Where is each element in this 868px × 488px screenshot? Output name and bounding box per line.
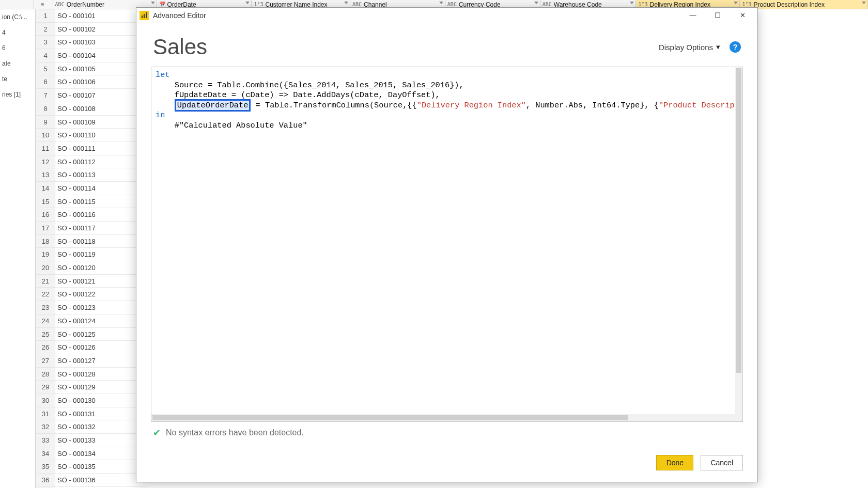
row-number[interactable]: 21 — [36, 275, 55, 288]
chevron-down-icon[interactable] — [151, 2, 155, 4]
cell-order-number[interactable]: SO - 000110 — [55, 129, 146, 142]
cell-order-number[interactable]: SO - 000128 — [55, 368, 146, 381]
cell-order-number[interactable]: SO - 000131 — [55, 407, 146, 421]
dialog-titlebar[interactable]: Advanced Editor — ☐ ✕ — [136, 8, 757, 23]
cell-order-number[interactable]: SO - 000107 — [55, 89, 146, 102]
cell-order-number[interactable]: SO - 000115 — [55, 195, 146, 209]
step-name-highlight[interactable]: UpdateOrderDate — [175, 99, 251, 112]
cell-order-number[interactable]: SO - 000102 — [55, 23, 146, 36]
column-header[interactable]: 1²3Product Description Index — [740, 0, 868, 9]
row-number[interactable]: 10 — [36, 129, 55, 142]
row-number[interactable]: 11 — [36, 142, 55, 155]
cell-order-number[interactable]: SO - 000129 — [55, 381, 146, 394]
maximize-button[interactable]: ☐ — [706, 8, 730, 23]
cell-order-number[interactable]: SO - 000109 — [55, 116, 146, 129]
cell-order-number[interactable]: SO - 000103 — [55, 36, 146, 49]
row-number[interactable]: 12 — [36, 155, 55, 169]
done-button[interactable]: Done — [656, 455, 693, 470]
cancel-button[interactable]: Cancel — [701, 455, 743, 470]
row-number[interactable]: 30 — [36, 394, 55, 407]
display-options-dropdown[interactable]: Display Options ▾ — [659, 42, 720, 52]
nav-item[interactable]: 4 — [0, 25, 35, 40]
row-number[interactable]: 4 — [36, 49, 55, 62]
row-number[interactable]: 13 — [36, 168, 55, 182]
cell-order-number[interactable]: SO - 000134 — [55, 447, 146, 461]
nav-item[interactable]: ries [1] — [0, 87, 35, 102]
nav-item[interactable]: te — [0, 71, 35, 87]
cell-order-number[interactable]: SO - 000114 — [55, 182, 146, 195]
row-number[interactable]: 33 — [36, 434, 55, 447]
row-number[interactable]: 19 — [36, 248, 55, 261]
cell-order-number[interactable]: SO - 000119 — [55, 248, 146, 261]
cell-order-number[interactable]: SO - 000104 — [55, 49, 146, 62]
row-number[interactable]: 35 — [36, 460, 55, 474]
row-number[interactable]: 20 — [36, 261, 55, 275]
row-number[interactable]: 34 — [36, 447, 55, 461]
chevron-down-icon[interactable] — [862, 2, 866, 4]
chevron-down-icon[interactable] — [439, 2, 443, 4]
cell-order-number[interactable]: SO - 000105 — [55, 62, 146, 76]
horizontal-scrollbar[interactable] — [151, 414, 735, 421]
row-number[interactable]: 31 — [36, 407, 55, 421]
row-number[interactable]: 36 — [36, 474, 55, 487]
row-number[interactable]: 16 — [36, 208, 55, 222]
close-button[interactable]: ✕ — [731, 8, 754, 23]
help-icon[interactable]: ? — [730, 41, 741, 53]
cell-order-number[interactable]: SO - 000135 — [55, 460, 146, 474]
row-number[interactable]: 6 — [36, 75, 55, 89]
cell-order-number[interactable]: SO - 000117 — [55, 222, 146, 235]
row-number[interactable]: 24 — [36, 314, 55, 328]
queries-pane[interactable]: ion (C:\...46ateteries [1] — [0, 9, 36, 488]
cell-order-number[interactable]: SO - 000112 — [55, 155, 146, 169]
cell-order-number[interactable]: SO - 000126 — [55, 341, 146, 354]
chevron-down-icon[interactable] — [630, 2, 634, 4]
cell-order-number[interactable]: SO - 000120 — [55, 261, 146, 275]
cell-order-number[interactable]: SO - 000123 — [55, 301, 146, 314]
cell-order-number[interactable]: SO - 000136 — [55, 474, 146, 487]
chevron-down-icon[interactable] — [734, 2, 738, 4]
cell-order-number[interactable]: SO - 000130 — [55, 394, 146, 407]
nav-item[interactable]: 6 — [0, 40, 35, 56]
code-editor[interactable]: let Source = Table.Combine({Sales_2014, … — [151, 67, 735, 414]
row-number[interactable]: 28 — [36, 368, 55, 381]
row-number[interactable]: 18 — [36, 235, 55, 248]
row-number[interactable]: 22 — [36, 288, 55, 301]
cell-order-number[interactable]: SO - 000132 — [55, 420, 146, 434]
scrollbar-thumb[interactable] — [736, 68, 741, 373]
row-number[interactable]: 15 — [36, 195, 55, 209]
chevron-down-icon[interactable] — [344, 2, 348, 4]
row-number[interactable]: 25 — [36, 328, 55, 341]
cell-order-number[interactable]: SO - 000101 — [55, 9, 146, 23]
cell-order-number[interactable]: SO - 000111 — [55, 142, 146, 155]
row-number[interactable]: 27 — [36, 354, 55, 368]
cell-order-number[interactable]: SO - 000121 — [55, 275, 146, 288]
scrollbar-thumb[interactable] — [152, 415, 628, 420]
cell-order-number[interactable]: SO - 000113 — [55, 168, 146, 182]
vertical-scrollbar[interactable] — [735, 67, 742, 414]
row-number[interactable]: 29 — [36, 381, 55, 394]
row-number[interactable]: 14 — [36, 182, 55, 195]
cell-order-number[interactable]: SO - 000108 — [55, 102, 146, 116]
row-number[interactable]: 23 — [36, 301, 55, 314]
row-number[interactable]: 3 — [36, 36, 55, 49]
cell-order-number[interactable]: SO - 000118 — [55, 235, 146, 248]
chevron-down-icon[interactable] — [534, 2, 538, 4]
cell-order-number[interactable]: SO - 000122 — [55, 288, 146, 301]
row-number[interactable]: 1 — [36, 9, 55, 23]
row-number[interactable]: 9 — [36, 116, 55, 129]
cell-order-number[interactable]: SO - 000125 — [55, 328, 146, 341]
minimize-button[interactable]: — — [681, 8, 705, 23]
chevron-down-icon[interactable] — [245, 2, 250, 4]
cell-order-number[interactable]: SO - 000116 — [55, 208, 146, 222]
row-number[interactable]: 2 — [36, 23, 55, 36]
cell-order-number[interactable]: SO - 000106 — [55, 75, 146, 89]
nav-item[interactable]: ate — [0, 56, 35, 71]
row-number[interactable]: 32 — [36, 420, 55, 434]
nav-item[interactable]: ion (C:\... — [0, 9, 35, 25]
cell-order-number[interactable]: SO - 000127 — [55, 354, 146, 368]
cell-order-number[interactable]: SO - 000124 — [55, 314, 146, 328]
row-number[interactable]: 26 — [36, 341, 55, 354]
row-number[interactable]: 5 — [36, 62, 55, 76]
row-number[interactable]: 17 — [36, 222, 55, 235]
cell-order-number[interactable]: SO - 000133 — [55, 434, 146, 447]
